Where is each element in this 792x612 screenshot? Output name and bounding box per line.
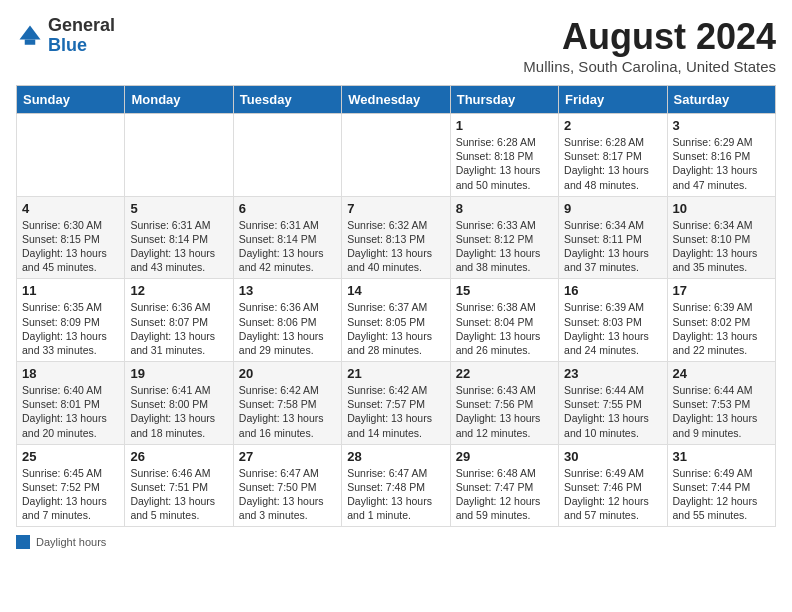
calendar: SundayMondayTuesdayWednesdayThursdayFrid… — [16, 85, 776, 527]
day-number: 3 — [673, 118, 770, 133]
day-info: Sunrise: 6:40 AM Sunset: 8:01 PM Dayligh… — [22, 383, 119, 440]
calendar-cell: 26Sunrise: 6:46 AM Sunset: 7:51 PM Dayli… — [125, 444, 233, 527]
day-number: 31 — [673, 449, 770, 464]
calendar-cell: 16Sunrise: 6:39 AM Sunset: 8:03 PM Dayli… — [559, 279, 667, 362]
title-block: August 2024 Mullins, South Carolina, Uni… — [523, 16, 776, 75]
day-info: Sunrise: 6:44 AM Sunset: 7:55 PM Dayligh… — [564, 383, 661, 440]
page-header: General Blue August 2024 Mullins, South … — [16, 16, 776, 75]
day-info: Sunrise: 6:39 AM Sunset: 8:02 PM Dayligh… — [673, 300, 770, 357]
day-info: Sunrise: 6:33 AM Sunset: 8:12 PM Dayligh… — [456, 218, 553, 275]
day-number: 16 — [564, 283, 661, 298]
day-info: Sunrise: 6:46 AM Sunset: 7:51 PM Dayligh… — [130, 466, 227, 523]
calendar-week-row: 18Sunrise: 6:40 AM Sunset: 8:01 PM Dayli… — [17, 362, 776, 445]
day-number: 4 — [22, 201, 119, 216]
calendar-cell: 31Sunrise: 6:49 AM Sunset: 7:44 PM Dayli… — [667, 444, 775, 527]
day-info: Sunrise: 6:34 AM Sunset: 8:10 PM Dayligh… — [673, 218, 770, 275]
day-info: Sunrise: 6:43 AM Sunset: 7:56 PM Dayligh… — [456, 383, 553, 440]
calendar-cell — [342, 114, 450, 197]
calendar-cell: 3Sunrise: 6:29 AM Sunset: 8:16 PM Daylig… — [667, 114, 775, 197]
day-number: 24 — [673, 366, 770, 381]
calendar-cell: 29Sunrise: 6:48 AM Sunset: 7:47 PM Dayli… — [450, 444, 558, 527]
calendar-cell: 7Sunrise: 6:32 AM Sunset: 8:13 PM Daylig… — [342, 196, 450, 279]
logo-text: General Blue — [48, 16, 115, 56]
calendar-cell: 5Sunrise: 6:31 AM Sunset: 8:14 PM Daylig… — [125, 196, 233, 279]
day-info: Sunrise: 6:39 AM Sunset: 8:03 PM Dayligh… — [564, 300, 661, 357]
svg-rect-1 — [25, 39, 36, 44]
calendar-cell: 25Sunrise: 6:45 AM Sunset: 7:52 PM Dayli… — [17, 444, 125, 527]
calendar-cell: 4Sunrise: 6:30 AM Sunset: 8:15 PM Daylig… — [17, 196, 125, 279]
weekday-header: Thursday — [450, 86, 558, 114]
day-number: 23 — [564, 366, 661, 381]
day-info: Sunrise: 6:36 AM Sunset: 8:07 PM Dayligh… — [130, 300, 227, 357]
calendar-week-row: 1Sunrise: 6:28 AM Sunset: 8:18 PM Daylig… — [17, 114, 776, 197]
day-number: 13 — [239, 283, 336, 298]
day-number: 2 — [564, 118, 661, 133]
day-number: 7 — [347, 201, 444, 216]
calendar-cell: 14Sunrise: 6:37 AM Sunset: 8:05 PM Dayli… — [342, 279, 450, 362]
calendar-cell — [17, 114, 125, 197]
weekday-header: Tuesday — [233, 86, 341, 114]
calendar-cell: 20Sunrise: 6:42 AM Sunset: 7:58 PM Dayli… — [233, 362, 341, 445]
day-number: 29 — [456, 449, 553, 464]
day-info: Sunrise: 6:35 AM Sunset: 8:09 PM Dayligh… — [22, 300, 119, 357]
day-info: Sunrise: 6:45 AM Sunset: 7:52 PM Dayligh… — [22, 466, 119, 523]
day-number: 8 — [456, 201, 553, 216]
day-number: 1 — [456, 118, 553, 133]
day-number: 21 — [347, 366, 444, 381]
day-info: Sunrise: 6:42 AM Sunset: 7:58 PM Dayligh… — [239, 383, 336, 440]
day-info: Sunrise: 6:41 AM Sunset: 8:00 PM Dayligh… — [130, 383, 227, 440]
day-number: 22 — [456, 366, 553, 381]
footer: Daylight hours — [16, 535, 776, 549]
weekday-header: Wednesday — [342, 86, 450, 114]
daylight-box-icon — [16, 535, 30, 549]
day-number: 26 — [130, 449, 227, 464]
calendar-week-row: 11Sunrise: 6:35 AM Sunset: 8:09 PM Dayli… — [17, 279, 776, 362]
day-info: Sunrise: 6:32 AM Sunset: 8:13 PM Dayligh… — [347, 218, 444, 275]
month-title: August 2024 — [523, 16, 776, 58]
day-number: 11 — [22, 283, 119, 298]
calendar-cell — [233, 114, 341, 197]
calendar-cell: 10Sunrise: 6:34 AM Sunset: 8:10 PM Dayli… — [667, 196, 775, 279]
day-number: 17 — [673, 283, 770, 298]
calendar-week-row: 4Sunrise: 6:30 AM Sunset: 8:15 PM Daylig… — [17, 196, 776, 279]
calendar-cell: 13Sunrise: 6:36 AM Sunset: 8:06 PM Dayli… — [233, 279, 341, 362]
day-info: Sunrise: 6:28 AM Sunset: 8:18 PM Dayligh… — [456, 135, 553, 192]
day-number: 14 — [347, 283, 444, 298]
day-number: 9 — [564, 201, 661, 216]
day-info: Sunrise: 6:47 AM Sunset: 7:48 PM Dayligh… — [347, 466, 444, 523]
day-number: 27 — [239, 449, 336, 464]
calendar-cell: 11Sunrise: 6:35 AM Sunset: 8:09 PM Dayli… — [17, 279, 125, 362]
weekday-header: Monday — [125, 86, 233, 114]
calendar-cell: 28Sunrise: 6:47 AM Sunset: 7:48 PM Dayli… — [342, 444, 450, 527]
calendar-cell: 22Sunrise: 6:43 AM Sunset: 7:56 PM Dayli… — [450, 362, 558, 445]
day-info: Sunrise: 6:48 AM Sunset: 7:47 PM Dayligh… — [456, 466, 553, 523]
calendar-cell — [125, 114, 233, 197]
calendar-cell: 12Sunrise: 6:36 AM Sunset: 8:07 PM Dayli… — [125, 279, 233, 362]
calendar-cell: 30Sunrise: 6:49 AM Sunset: 7:46 PM Dayli… — [559, 444, 667, 527]
weekday-header: Friday — [559, 86, 667, 114]
day-number: 6 — [239, 201, 336, 216]
logo: General Blue — [16, 16, 115, 56]
daylight-label: Daylight hours — [36, 536, 106, 548]
calendar-cell: 8Sunrise: 6:33 AM Sunset: 8:12 PM Daylig… — [450, 196, 558, 279]
calendar-cell: 23Sunrise: 6:44 AM Sunset: 7:55 PM Dayli… — [559, 362, 667, 445]
day-info: Sunrise: 6:31 AM Sunset: 8:14 PM Dayligh… — [239, 218, 336, 275]
day-info: Sunrise: 6:47 AM Sunset: 7:50 PM Dayligh… — [239, 466, 336, 523]
day-info: Sunrise: 6:38 AM Sunset: 8:04 PM Dayligh… — [456, 300, 553, 357]
calendar-cell: 24Sunrise: 6:44 AM Sunset: 7:53 PM Dayli… — [667, 362, 775, 445]
calendar-cell: 1Sunrise: 6:28 AM Sunset: 8:18 PM Daylig… — [450, 114, 558, 197]
day-number: 25 — [22, 449, 119, 464]
day-info: Sunrise: 6:30 AM Sunset: 8:15 PM Dayligh… — [22, 218, 119, 275]
day-info: Sunrise: 6:31 AM Sunset: 8:14 PM Dayligh… — [130, 218, 227, 275]
day-info: Sunrise: 6:29 AM Sunset: 8:16 PM Dayligh… — [673, 135, 770, 192]
day-number: 20 — [239, 366, 336, 381]
day-number: 5 — [130, 201, 227, 216]
day-number: 19 — [130, 366, 227, 381]
weekday-header: Saturday — [667, 86, 775, 114]
day-info: Sunrise: 6:49 AM Sunset: 7:46 PM Dayligh… — [564, 466, 661, 523]
day-info: Sunrise: 6:49 AM Sunset: 7:44 PM Dayligh… — [673, 466, 770, 523]
weekday-header: Sunday — [17, 86, 125, 114]
calendar-cell: 15Sunrise: 6:38 AM Sunset: 8:04 PM Dayli… — [450, 279, 558, 362]
day-info: Sunrise: 6:36 AM Sunset: 8:06 PM Dayligh… — [239, 300, 336, 357]
day-number: 18 — [22, 366, 119, 381]
